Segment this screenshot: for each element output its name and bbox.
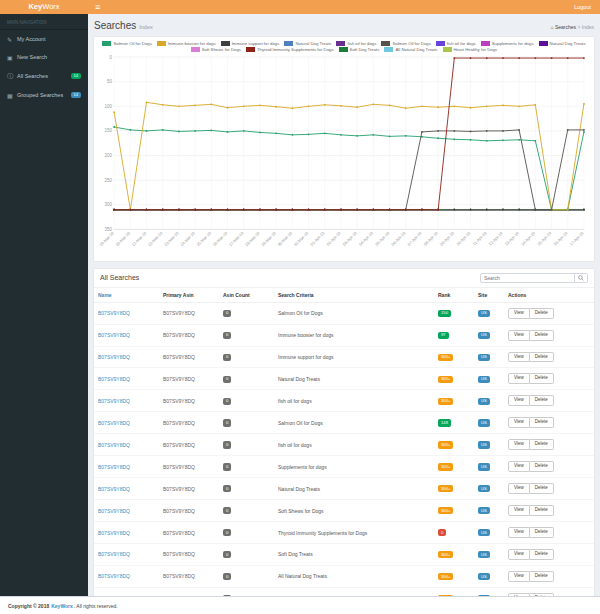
- series-point: [518, 209, 520, 211]
- delete-button[interactable]: Delete: [530, 461, 554, 472]
- x-tick-label: 21-Mar-19: [131, 230, 148, 247]
- view-button[interactable]: View: [508, 505, 530, 516]
- delete-button[interactable]: Delete: [530, 571, 554, 582]
- series-point: [340, 105, 342, 107]
- row-primary-asin: B07SV9Y8DQ: [159, 346, 219, 368]
- breadcrumb-section[interactable]: Searches: [555, 24, 576, 30]
- search-input[interactable]: [480, 273, 575, 283]
- row-name-link[interactable]: B07SV9Y8DQ: [94, 390, 159, 412]
- row-name-link[interactable]: B07SV9Y8DQ: [94, 434, 159, 456]
- delete-button[interactable]: Delete: [530, 505, 554, 516]
- series-point: [453, 130, 455, 132]
- series-point: [324, 209, 326, 211]
- search-button[interactable]: [575, 273, 588, 283]
- delete-button[interactable]: Delete: [530, 439, 554, 450]
- legend-item[interactable]: fish oil for dogs: [436, 41, 476, 46]
- legend-item[interactable]: Natural Dog Treats: [284, 41, 331, 46]
- delete-button[interactable]: Delete: [530, 549, 554, 560]
- legend-item[interactable]: Natural Dog Treats: [539, 41, 586, 46]
- view-button[interactable]: View: [508, 417, 530, 428]
- x-tick-label: 12-Apr-19: [487, 230, 504, 247]
- view-button[interactable]: View: [508, 373, 530, 384]
- legend-item[interactable]: Salmon Oil for Dogs: [102, 41, 151, 46]
- row-name-link[interactable]: B07SV9Y8DQ: [94, 346, 159, 368]
- copyright-suffix: . All rights reserved.: [74, 603, 118, 609]
- view-button[interactable]: View: [508, 527, 530, 538]
- delete-button[interactable]: Delete: [530, 352, 554, 363]
- view-button[interactable]: View: [508, 571, 530, 582]
- delete-button[interactable]: Delete: [530, 373, 554, 384]
- view-button[interactable]: View: [508, 395, 530, 406]
- delete-button[interactable]: Delete: [530, 330, 554, 341]
- view-button[interactable]: View: [508, 330, 530, 341]
- delete-button[interactable]: Delete: [530, 527, 554, 538]
- legend-item[interactable]: Soft Dog Treats: [339, 47, 380, 52]
- legend-item[interactable]: Immune support for dogs: [221, 41, 280, 46]
- row-site: US: [474, 390, 504, 412]
- series-point: [470, 139, 472, 141]
- view-button[interactable]: View: [508, 483, 530, 494]
- series-point: [243, 209, 245, 211]
- row-site: US: [474, 434, 504, 456]
- row-actions: ViewDelete: [504, 587, 594, 596]
- sidebar-item-new-search[interactable]: ▣New Search: [0, 48, 88, 66]
- row-name-link[interactable]: B07SV9Y8DQ: [94, 522, 159, 544]
- row-name-link[interactable]: B07SV9Y8DQ: [94, 412, 159, 434]
- delete-button[interactable]: Delete: [530, 417, 554, 428]
- legend-item[interactable]: Salmon Oil for Dogs: [381, 41, 430, 46]
- row-name-link[interactable]: B07SV9Y8DQ: [94, 368, 159, 390]
- row-name-link[interactable]: B07SV9Y8DQ: [94, 543, 159, 565]
- legend-item[interactable]: Thyroid Immunity Supplements for Dogs: [246, 47, 334, 52]
- series-point: [210, 209, 212, 211]
- legend-item[interactable]: Soft Shews for Dogs: [191, 47, 241, 52]
- row-name-link[interactable]: B07SV9Y8DQ: [94, 456, 159, 478]
- row-name-link[interactable]: B07SV9Y8DQ: [94, 565, 159, 587]
- app-logo[interactable]: KeyWorx: [0, 0, 88, 14]
- legend-item[interactable]: fish oil for dogs: [336, 41, 376, 46]
- row-name-link[interactable]: B07SV9Y8DQ: [94, 587, 159, 596]
- legend-item[interactable]: Immune booster for dogs: [157, 41, 216, 46]
- sidebar-item-my-account[interactable]: ✎My Account: [0, 30, 88, 48]
- legend-item[interactable]: All Natural Dog Treats: [384, 47, 437, 52]
- row-rank: 300+: [434, 478, 474, 500]
- series-point: [567, 129, 569, 131]
- delete-button[interactable]: Delete: [530, 308, 554, 319]
- delete-button[interactable]: Delete: [530, 395, 554, 406]
- row-primary-asin: B07SV9Y8DQ: [159, 324, 219, 346]
- row-rank: 300+: [434, 543, 474, 565]
- row-site: US: [474, 587, 504, 596]
- logout-link[interactable]: Logout: [574, 4, 600, 10]
- view-button[interactable]: View: [508, 549, 530, 560]
- view-button[interactable]: View: [508, 439, 530, 450]
- row-name-link[interactable]: B07SV9Y8DQ: [94, 302, 159, 324]
- footer-brand-link[interactable]: KeyWorx: [51, 603, 73, 609]
- x-tick-label: 09-Apr-19: [439, 230, 456, 247]
- x-tick-label: 31-Mar-19: [293, 230, 310, 247]
- sidebar-item-all-searches[interactable]: ⓘAll Searches14: [0, 66, 88, 86]
- legend-label: All Natural Dog Treats: [395, 47, 437, 52]
- action-button-group: ViewDelete: [508, 483, 554, 494]
- row-name-link[interactable]: B07SV9Y8DQ: [94, 478, 159, 500]
- row-actions: ViewDelete: [504, 456, 594, 478]
- row-name-link[interactable]: B07SV9Y8DQ: [94, 500, 159, 522]
- hamburger-icon[interactable]: ≡: [88, 0, 107, 14]
- delete-button[interactable]: Delete: [530, 483, 554, 494]
- series-point: [421, 105, 423, 107]
- legend-label: Thyroid Immunity Supplements for Dogs: [257, 47, 334, 52]
- sidebar-item-grouped-searches[interactable]: ▦Grouped Searches14: [0, 86, 88, 104]
- column-header-name[interactable]: Name: [94, 288, 159, 303]
- row-site: US: [474, 565, 504, 587]
- site-badge: US: [478, 551, 490, 558]
- row-name-link[interactable]: B07SV9Y8DQ: [94, 324, 159, 346]
- legend-item[interactable]: Heart Healthy for Dogs: [443, 47, 498, 52]
- x-tick-label: 23-Mar-19: [163, 230, 180, 247]
- series-point: [129, 129, 131, 131]
- view-button[interactable]: View: [508, 352, 530, 363]
- y-tick-label: 50: [107, 79, 113, 84]
- view-button[interactable]: View: [508, 308, 530, 319]
- legend-label: Salmon Oil for Dogs: [113, 41, 151, 46]
- row-actions: ViewDelete: [504, 302, 594, 324]
- view-button[interactable]: View: [508, 461, 530, 472]
- legend-item[interactable]: Supplements for dogs: [481, 41, 534, 46]
- legend-swatch: [191, 47, 200, 52]
